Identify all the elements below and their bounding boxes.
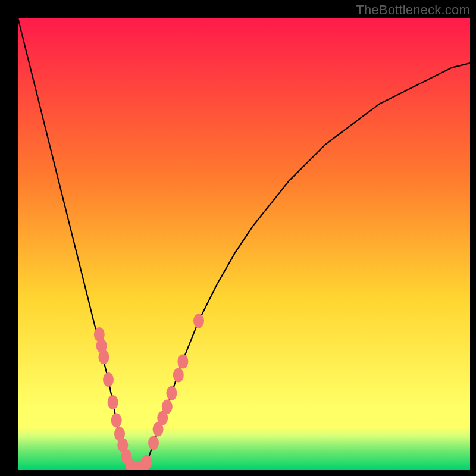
data-marker — [173, 368, 184, 382]
data-marker — [103, 372, 114, 387]
data-marker — [108, 395, 118, 409]
data-marker — [166, 386, 177, 400]
data-marker — [162, 400, 173, 414]
chart-frame: TheBottleneck.com — [0, 0, 476, 476]
watermark-text: TheBottleneck.com — [356, 2, 470, 18]
data-marker — [111, 413, 122, 427]
curve-layer — [18, 18, 470, 470]
bottleneck-curve — [18, 18, 470, 470]
plot-area — [18, 18, 470, 470]
data-marker — [148, 436, 159, 450]
data-marker — [193, 314, 204, 328]
data-marker — [177, 355, 188, 369]
data-marker — [142, 455, 152, 469]
data-marker — [98, 350, 109, 364]
